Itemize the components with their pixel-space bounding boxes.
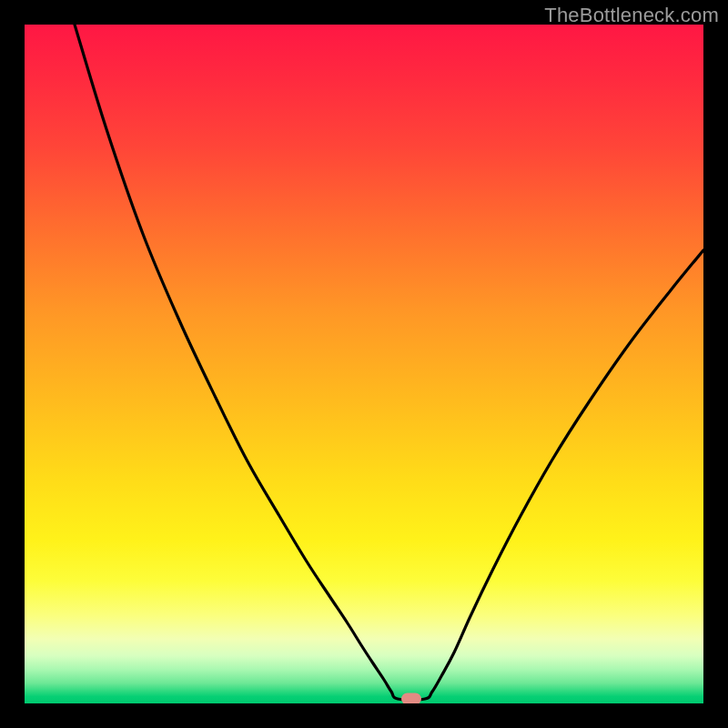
plot-area xyxy=(25,25,703,703)
watermark-text: TheBottleneck.com xyxy=(544,4,719,27)
minimum-marker xyxy=(401,693,421,704)
chart-frame: TheBottleneck.com xyxy=(0,0,728,728)
bottleneck-curve xyxy=(25,25,703,703)
